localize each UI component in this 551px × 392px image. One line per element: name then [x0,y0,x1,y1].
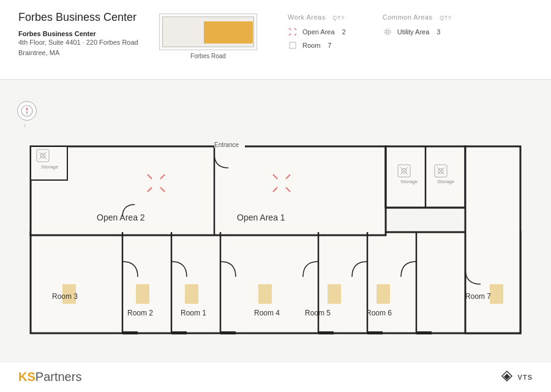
entrance-label: Entrance [214,141,239,148]
svg-rect-11 [31,146,386,235]
room-6-label: Room 6 [366,309,392,317]
svg-rect-13 [465,146,520,333]
expand-icon [288,27,298,37]
room-5-label: Room 5 [305,309,331,317]
floor-plan-thumbnail-section: Forbes Road [153,13,263,59]
svg-rect-58 [490,284,503,304]
brand-ks: KS [18,370,36,383]
floor-plan-container: Entrance Storage Storage Storage Open Ar… [24,110,527,342]
svg-line-1 [294,28,296,30]
svg-rect-63 [318,331,334,334]
address: 4th Floor, Suite 4401 · 220 Forbes Road … [18,37,141,58]
floor-plan-area: Entrance Storage Storage Storage Open Ar… [0,91,551,361]
road-label: Forbes Road [190,53,226,59]
storage-label-2: Storage [397,179,421,184]
svg-rect-57 [377,284,390,304]
room-3-label: Room 3 [52,292,78,301]
svg-rect-53 [136,284,149,304]
thumb-highlight [204,21,253,43]
legend-open-area: Open Area 2 [288,27,346,37]
svg-line-2 [289,34,291,36]
floor-plan-svg [24,110,527,342]
room-label-legend: Room [302,42,320,49]
svg-rect-62 [220,331,236,334]
svg-point-6 [384,29,391,35]
svg-rect-10 [31,232,520,333]
utility-area-qty: 3 [437,28,440,36]
floor-plan-thumbnail [159,13,257,50]
svg-rect-54 [185,284,198,304]
svg-rect-65 [416,331,432,334]
room-icon [288,40,298,50]
legend-room: Room 7 [288,40,346,50]
page-footer: KSPartners VTS [0,361,551,392]
main-title: Forbes Business Center [18,11,141,24]
open-area-2-label: Open Area 2 [97,213,145,222]
room-qty: 7 [328,42,331,49]
brand-partners: Partners [36,370,82,383]
svg-line-0 [289,28,291,30]
work-areas-legend: Work Areas QTY Open Area 2 [288,13,346,54]
sub-title: Forbes Business Center [18,30,141,37]
open-area-qty: 2 [342,28,346,36]
legend: Work Areas QTY Open Area 2 [288,13,533,54]
brand: KSPartners [18,370,81,384]
room-4-label: Room 4 [254,309,280,317]
storage-label-1: Storage [37,164,62,170]
common-areas-title: Common Areas QTY [383,13,452,21]
vts-label: VTS [518,374,533,381]
room-7-label: Room 7 [465,292,491,301]
svg-rect-55 [258,284,272,304]
page-header: Forbes Business Center Forbes Business C… [0,0,551,80]
legend-utility-area: Utility Area 3 [383,27,452,37]
room-2-label: Room 2 [127,309,153,317]
common-areas-legend: Common Areas QTY Utility Area 3 [383,13,452,54]
svg-rect-60 [122,331,138,334]
svg-point-5 [386,31,389,34]
storage-label-3: Storage [433,179,458,184]
address-line2: Braintree, MA [18,49,59,56]
vts-brand: VTS [498,369,533,386]
property-info: Forbes Business Center Forbes Business C… [18,11,141,58]
svg-rect-56 [328,284,341,304]
utility-area-label: Utility Area [397,28,430,36]
svg-rect-64 [367,331,383,334]
svg-rect-4 [290,42,296,48]
svg-rect-61 [171,331,187,334]
work-areas-title: Work Areas QTY [288,13,346,21]
gear-icon [383,27,392,37]
open-area-1-label: Open Area 1 [237,213,285,222]
vts-icon [498,369,515,386]
room-1-label: Room 1 [181,309,206,317]
address-line1: 4th Floor, Suite 4401 · 220 Forbes Road [18,39,138,46]
open-area-label: Open Area [302,28,335,36]
svg-line-3 [294,34,296,36]
